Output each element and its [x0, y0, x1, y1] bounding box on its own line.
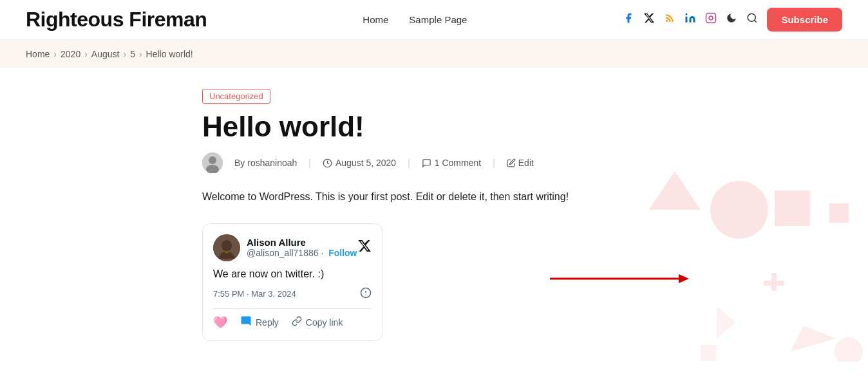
main-nav: Home Sample Page [363, 14, 467, 26]
reply-bubble-icon [240, 315, 252, 330]
heart-icon: 🩷 [213, 315, 227, 330]
svg-point-17 [209, 156, 216, 164]
svg-point-1 [686, 14, 688, 15]
tweet-embed: Alison Allure @alison_all71886 · Follow … [202, 223, 382, 341]
svg-point-0 [666, 20, 668, 22]
breadcrumb-5[interactable]: 5 [130, 49, 135, 59]
post-title: Hello world! [202, 111, 666, 142]
tweet-time: 7:55 PM · Mar 3, 2024 [213, 287, 372, 301]
site-title: Righteous Fireman [26, 8, 207, 32]
edit-link[interactable]: Edit [507, 158, 534, 168]
linkedin-icon[interactable] [684, 12, 696, 27]
post-date: August 5, 2020 [323, 158, 396, 168]
tweet-handle: @alison_all71886 · Follow [247, 248, 357, 258]
svg-rect-10 [771, 273, 777, 291]
svg-rect-11 [764, 281, 784, 286]
moon-icon[interactable] [726, 12, 737, 27]
edit-icon [507, 158, 516, 167]
svg-point-21 [222, 240, 232, 252]
author-label: By roshaninoah [234, 158, 297, 168]
breadcrumb-home[interactable]: Home [26, 49, 50, 59]
x-twitter-icon[interactable] [643, 12, 655, 27]
svg-rect-8 [775, 190, 810, 226]
comment-icon [422, 158, 431, 168]
site-header: Righteous Fireman Home Sample Page Subsc… [0, 0, 868, 40]
svg-marker-15 [717, 306, 736, 339]
like-button[interactable]: 🩷 [213, 315, 227, 330]
breadcrumb-2020[interactable]: 2020 [61, 49, 80, 59]
nav-home[interactable]: Home [363, 14, 388, 25]
svg-point-4 [748, 14, 756, 21]
breadcrumb-sep-1: › [53, 49, 57, 59]
tweet-name: Alison Allure [247, 237, 357, 248]
tweet-avatar [213, 234, 240, 261]
reply-label: Reply [256, 317, 279, 328]
red-arrow [550, 272, 698, 286]
info-icon[interactable] [360, 287, 372, 301]
svg-rect-2 [706, 14, 716, 23]
breadcrumb-august[interactable]: August [91, 49, 120, 59]
svg-rect-9 [829, 203, 849, 223]
facebook-icon[interactable] [623, 12, 634, 27]
follow-link[interactable]: Follow [328, 248, 357, 258]
chain-icon [292, 316, 302, 329]
tweet-user: Alison Allure @alison_all71886 · Follow [213, 234, 357, 261]
copy-link-label: Copy link [306, 317, 343, 328]
svg-rect-14 [701, 345, 717, 361]
category-tag[interactable]: Uncategorized [202, 89, 270, 104]
author-avatar [202, 153, 223, 173]
rss-icon[interactable] [664, 12, 675, 27]
tweet-header: Alison Allure @alison_all71886 · Follow [213, 234, 372, 261]
copy-link-button[interactable]: Copy link [292, 316, 343, 329]
svg-line-5 [755, 20, 757, 22]
reply-button[interactable]: Reply [240, 315, 279, 330]
svg-marker-26 [679, 274, 689, 283]
breadcrumb-sep-4: › [139, 49, 142, 59]
tweet-x-logo [357, 239, 372, 256]
svg-point-7 [710, 181, 768, 239]
svg-point-13 [835, 337, 863, 362]
breadcrumb: Home › 2020 › August › 5 › Hello world! [0, 40, 868, 68]
post-body: Welcome to WordPress. This is your first… [202, 189, 666, 205]
instagram-icon[interactable] [705, 12, 717, 27]
tweet-user-info: Alison Allure @alison_all71886 · Follow [247, 237, 357, 258]
post-meta: By roshaninoah | August 5, 2020 | 1 Comm… [202, 153, 666, 173]
breadcrumb-sep-3: › [123, 49, 126, 59]
tweet-actions: 🩷 Reply Copy link [213, 308, 372, 330]
breadcrumb-current: Hello world! [146, 49, 193, 59]
subscribe-button[interactable]: Subscribe [767, 8, 842, 32]
svg-marker-12 [791, 326, 836, 351]
search-icon[interactable] [746, 12, 758, 27]
clock-icon [323, 158, 332, 168]
breadcrumb-sep-2: › [84, 49, 88, 59]
header-icons: Subscribe [623, 8, 842, 32]
author-link[interactable]: roshaninoah [247, 158, 297, 168]
tweet-content: We are now on twitter. :) [213, 266, 372, 282]
main-content: Uncategorized Hello world! By roshaninoa… [176, 68, 692, 362]
post-comments: 1 Comment [422, 158, 481, 168]
nav-sample-page[interactable]: Sample Page [409, 14, 467, 25]
